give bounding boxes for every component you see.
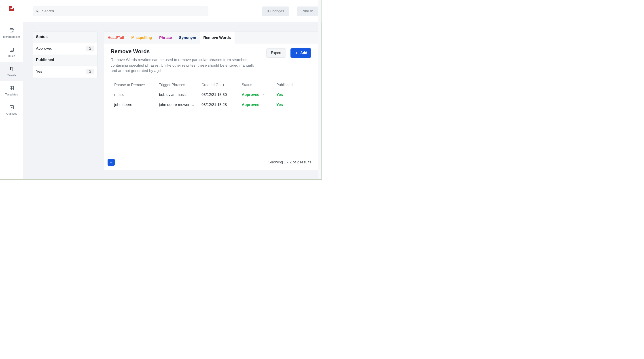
add-button-label: Add	[300, 51, 307, 55]
tab-phrase[interactable]: Phrase	[156, 32, 176, 44]
arrow-down-icon	[222, 83, 225, 86]
filter-published-row[interactable]: Yes 2	[33, 66, 97, 78]
plus-icon	[294, 51, 298, 55]
chevron-down-icon	[262, 94, 265, 96]
store-icon	[9, 28, 14, 33]
search-input[interactable]	[42, 9, 206, 14]
table-header: Phrase to Remove Trigger Phrases Created…	[104, 80, 318, 90]
sidebar-item-merchandiser[interactable]: Merchandiser	[0, 24, 23, 43]
cell-status[interactable]: Approved	[242, 92, 276, 97]
chevron-down-icon	[262, 104, 265, 106]
th-status[interactable]: Status	[242, 83, 276, 87]
chart-icon	[9, 104, 14, 110]
scrollbar[interactable]	[318, 0, 321, 178]
tab-misspelling[interactable]: Misspelling	[128, 32, 156, 44]
cell-created: 03/12/21 15:30	[202, 92, 242, 97]
filter-published-count: 2	[86, 69, 94, 74]
svg-marker-0	[9, 6, 14, 11]
filter-published-label: Yes	[36, 69, 42, 74]
sidebar-item-templates[interactable]: Templates	[0, 81, 23, 100]
changes-button[interactable]: 0 Changes	[262, 6, 289, 16]
crop-icon	[9, 66, 14, 72]
sidebar-item-rules[interactable]: Rules	[0, 43, 23, 62]
results-text: Showing 1 - 2 of 2 results	[268, 160, 311, 164]
export-button[interactable]: Export	[266, 48, 286, 58]
svg-rect-8	[10, 86, 12, 88]
filter-status-row[interactable]: Approved 2	[33, 42, 97, 54]
svg-rect-9	[12, 86, 14, 88]
topbar: 0 Changes Publish	[23, 0, 322, 22]
sidebar-item-label: Analytics	[6, 112, 17, 115]
search-input-wrap[interactable]	[33, 6, 208, 16]
th-trigger[interactable]: Trigger Phrases	[159, 83, 202, 87]
cell-status[interactable]: Approved	[242, 102, 276, 107]
cell-trigger: bob dylan music	[159, 92, 202, 97]
tabs: Head/Tail Misspelling Phrase Synonym Rem…	[104, 32, 318, 44]
tab-head-tail[interactable]: Head/Tail	[104, 32, 128, 44]
svg-rect-11	[12, 88, 14, 90]
th-phrase[interactable]: Phrase to Remove	[114, 83, 159, 87]
add-fab[interactable]	[108, 159, 115, 166]
list-icon	[9, 47, 14, 52]
sidebar: Merchandiser Rules Rewrite Templates Ana…	[0, 0, 23, 179]
tab-synonym[interactable]: Synonym	[176, 32, 200, 44]
table-row[interactable]: music bob dylan music 03/12/21 15:30 App…	[104, 90, 318, 100]
filter-status-header: Status	[33, 32, 97, 42]
filter-panel: Status Approved 2 Published Yes 2	[33, 31, 98, 78]
search-icon	[36, 9, 40, 13]
sidebar-item-analytics[interactable]: Analytics	[0, 100, 23, 120]
table: Phrase to Remove Trigger Phrases Created…	[104, 80, 318, 110]
sidebar-item-label: Rules	[8, 54, 15, 58]
page-title: Remove Words	[111, 48, 262, 54]
sidebar-item-label: Templates	[5, 93, 18, 96]
cell-published: Yes	[276, 92, 308, 97]
cell-trigger: john deere mower …	[159, 102, 202, 107]
publish-button[interactable]: Publish	[297, 6, 318, 16]
th-published[interactable]: Published	[276, 83, 308, 87]
filter-status-count: 2	[86, 46, 94, 52]
page-description: Remove Words rewrites can be used to rem…	[111, 57, 258, 74]
cell-phrase: music	[114, 92, 159, 97]
main-panel: Head/Tail Misspelling Phrase Synonym Rem…	[104, 31, 318, 170]
filter-published-header: Published	[33, 54, 97, 66]
sidebar-item-rewrite[interactable]: Rewrite	[0, 62, 23, 81]
sidebar-item-label: Merchandiser	[3, 35, 20, 38]
th-created[interactable]: Created On	[202, 83, 242, 87]
filter-status-label: Approved	[36, 46, 52, 51]
add-button[interactable]: Add	[290, 48, 311, 58]
logo	[8, 5, 15, 12]
cell-published: Yes	[276, 102, 308, 107]
sidebar-item-label: Rewrite	[7, 74, 16, 77]
cell-created: 03/12/21 15:28	[202, 102, 242, 107]
tab-remove-words[interactable]: Remove Words	[200, 32, 234, 44]
plus-icon	[109, 160, 113, 164]
svg-rect-10	[10, 88, 12, 90]
table-row[interactable]: john deere john deere mower … 03/12/21 1…	[104, 100, 318, 110]
grid-icon	[9, 86, 14, 91]
cell-phrase: john deere	[114, 102, 159, 107]
